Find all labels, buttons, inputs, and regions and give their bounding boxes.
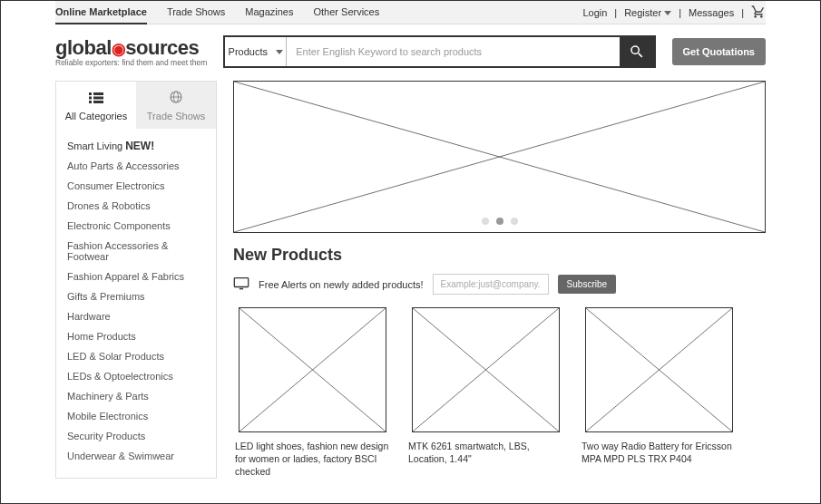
- svg-rect-3: [93, 97, 103, 100]
- logo-tagline: Reliable exporters: find them and meet t…: [55, 58, 207, 67]
- topnav-magazines[interactable]: Magazines: [245, 1, 293, 24]
- svg-rect-5: [93, 101, 103, 103]
- svg-rect-0: [89, 92, 92, 95]
- topnav-marketplace[interactable]: Online Marketplace: [55, 1, 147, 24]
- carousel-dots[interactable]: [234, 218, 765, 225]
- register-link[interactable]: Register: [624, 7, 671, 18]
- sidebar-category-item[interactable]: Hardware: [67, 306, 205, 326]
- sidebar-category-item[interactable]: LEDs & Optoelectronics: [67, 366, 205, 386]
- sidebar-category-item[interactable]: Home Products: [67, 326, 205, 346]
- svg-rect-2: [89, 97, 92, 100]
- product-title: LED light shoes, fashion new design for …: [233, 440, 392, 479]
- messages-link[interactable]: Messages: [689, 7, 734, 18]
- product-image[interactable]: [412, 307, 560, 432]
- globe-icon: ◉: [112, 40, 126, 58]
- header: global◉sources Reliable exporters: find …: [55, 24, 766, 81]
- product-image[interactable]: [585, 307, 733, 432]
- section-title: New Products: [233, 246, 766, 265]
- get-quotations-button[interactable]: Get Quotations: [672, 38, 766, 65]
- carousel-dot[interactable]: [482, 218, 489, 225]
- alert-row: Free Alerts on newly added products! Sub…: [233, 274, 766, 295]
- search-category-select[interactable]: Products: [225, 37, 287, 66]
- monitor-icon: [233, 277, 249, 292]
- sidebar-category-item[interactable]: Electronic Components: [67, 216, 205, 236]
- chevron-down-icon: [664, 11, 671, 15]
- search-button[interactable]: [620, 37, 654, 66]
- search-icon: [629, 44, 645, 60]
- sidebar-category-item[interactable]: LED & Solar Products: [67, 346, 205, 366]
- search-bar: Products: [223, 35, 655, 68]
- sidebar-category-item[interactable]: Consumer Electronics: [67, 176, 205, 196]
- sidebar-category-item[interactable]: Machinery & Parts: [67, 386, 205, 406]
- sidebar-category-item[interactable]: Gifts & Premiums: [67, 286, 205, 306]
- logo[interactable]: global◉sources Reliable exporters: find …: [55, 36, 207, 67]
- product-card[interactable]: LED light shoes, fashion new design for …: [233, 307, 392, 479]
- carousel-dot[interactable]: [496, 218, 503, 225]
- sidebar-tab-categories[interactable]: All Categories: [56, 82, 136, 129]
- subscribe-button[interactable]: Subscribe: [558, 275, 616, 294]
- svg-rect-4: [89, 101, 92, 103]
- list-icon: [60, 91, 132, 107]
- sidebar-category-header[interactable]: Smart Living NEW!: [67, 134, 205, 156]
- top-nav: Online Marketplace Trade Shows Magazines…: [55, 1, 766, 24]
- hero-banner[interactable]: [233, 81, 766, 233]
- login-link[interactable]: Login: [582, 7, 607, 18]
- svg-rect-11: [234, 277, 248, 286]
- sidebar-category-item[interactable]: Security Products: [67, 426, 205, 446]
- topnav-other[interactable]: Other Services: [313, 1, 379, 24]
- product-image[interactable]: [239, 307, 386, 432]
- carousel-dot[interactable]: [511, 218, 518, 225]
- chevron-down-icon: [276, 50, 283, 54]
- product-title: Two way Radio Battery for Ericsson MPA M…: [580, 440, 738, 465]
- svg-rect-12: [239, 287, 243, 288]
- product-card[interactable]: MTK 6261 smartwatch, LBS, Location, 1.44…: [406, 307, 565, 479]
- alert-text: Free Alerts on newly added products!: [259, 279, 424, 290]
- search-input[interactable]: [287, 37, 619, 66]
- image-placeholder: [234, 82, 765, 232]
- sidebar-category-item[interactable]: Auto Parts & Accessories: [67, 156, 205, 176]
- sidebar-category-item[interactable]: Fashion Apparel & Fabrics: [67, 267, 205, 286]
- product-card[interactable]: Two way Radio Battery for Ericsson MPA M…: [580, 307, 738, 479]
- svg-rect-1: [93, 92, 103, 95]
- sidebar-category-item[interactable]: Mobile Electronics: [67, 406, 205, 426]
- sidebar-category-item[interactable]: Drones & Robotics: [67, 196, 205, 216]
- sidebar-category-item[interactable]: Underwear & Swimwear: [67, 446, 205, 466]
- sidebar: All Categories Trade Shows Smart Living …: [55, 81, 217, 479]
- sidebar-category-item[interactable]: Fashion Accessories & Footwear: [67, 236, 205, 267]
- cart-icon[interactable]: [751, 5, 766, 21]
- globe-icon: [140, 91, 212, 107]
- product-title: MTK 6261 smartwatch, LBS, Location, 1.44…: [406, 440, 565, 465]
- email-input[interactable]: [433, 274, 549, 295]
- sidebar-tab-tradeshows[interactable]: Trade Shows: [136, 82, 216, 129]
- topnav-tradeshows[interactable]: Trade Shows: [167, 1, 225, 24]
